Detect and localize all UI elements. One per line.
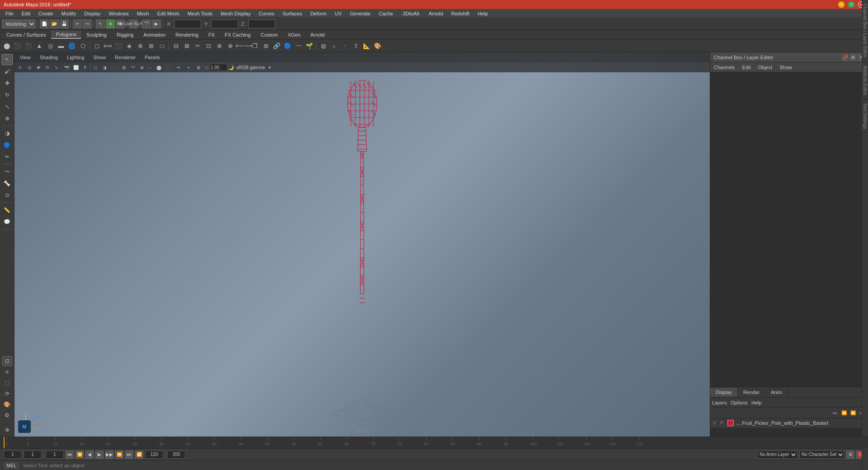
ch-tab-edit[interactable]: Edit xyxy=(740,64,752,71)
transport-start-btn[interactable]: ⏮ xyxy=(66,451,74,459)
menu-3dtoall[interactable]: -3DtoAll- xyxy=(397,10,424,17)
ctx-xgen[interactable]: XGen xyxy=(283,31,305,38)
cb-float-btn[interactable]: ⊞ xyxy=(850,54,856,61)
vc-tex-btn[interactable]: ⬛ xyxy=(109,63,118,71)
cylinder-icon-btn[interactable]: ⚫ xyxy=(24,41,33,51)
redo-button[interactable]: ↪ xyxy=(83,19,92,28)
spring-btn[interactable]: 🌱 xyxy=(304,41,314,51)
menu-arnold[interactable]: Arnold xyxy=(425,10,447,17)
jiggle-btn[interactable]: 〰 xyxy=(293,41,303,51)
attr-tab-attribute-editor[interactable]: Attribute Editor xyxy=(862,62,868,99)
vp-show-menu[interactable]: Show xyxy=(92,54,108,61)
layer-tab-options[interactable]: Options xyxy=(731,400,748,405)
duplicate-btn[interactable]: ❒ xyxy=(250,41,260,51)
viewport[interactable]: View Shading Lighting Show Renderer Pane… xyxy=(14,52,710,437)
new-scene-button[interactable]: 📄 xyxy=(40,19,49,28)
menu-mesh-display[interactable]: Mesh Display xyxy=(217,10,254,17)
ctx-animation[interactable]: Animation xyxy=(139,31,170,38)
timeline[interactable]: 1510152025303540455055606570758085909510… xyxy=(0,437,868,448)
ch-tab-object[interactable]: Object xyxy=(756,64,774,71)
layer-fwd-btn[interactable]: ⏩ xyxy=(849,409,857,417)
tr-settings-btn[interactable]: ⚙ xyxy=(846,451,854,459)
misc-icon-btn[interactable]: ⬡ xyxy=(78,41,88,51)
start-frame-input[interactable] xyxy=(4,451,22,459)
color-mgt-icon[interactable]: 🎨 xyxy=(2,400,12,409)
bevel-icon-btn[interactable]: ◈ xyxy=(124,41,134,51)
curve-tool[interactable]: 〜 xyxy=(2,166,13,177)
vp-lighting-menu[interactable]: Lighting xyxy=(65,54,86,61)
transport-loop-btn[interactable]: 🔁 xyxy=(135,451,143,459)
menu-windows[interactable]: Windows xyxy=(105,10,132,17)
separate-btn[interactable]: ⊡ xyxy=(203,41,213,51)
insert-edge-btn[interactable]: ⊠ xyxy=(182,41,192,51)
range-end-input[interactable] xyxy=(145,451,163,459)
anim-layer-select[interactable]: No Anim Layer xyxy=(757,451,797,459)
scale-tool[interactable]: ⤡ xyxy=(2,101,13,112)
extrude-icon-btn[interactable]: ◻ xyxy=(92,41,102,51)
menu-help[interactable]: Help xyxy=(474,10,491,17)
ctx-curves-surfaces[interactable]: Curves / Surfaces xyxy=(2,31,50,38)
ctx-arnold[interactable]: Arnold xyxy=(306,31,330,38)
fill-icon-btn[interactable]: ⬛ xyxy=(113,41,123,51)
menu-generate[interactable]: Generate xyxy=(346,10,374,17)
attr-tab-channel-box[interactable]: Channel Box / Layer Editor xyxy=(862,0,868,62)
vc-uv-mode[interactable]: ⊞ xyxy=(194,63,203,71)
sym-btn[interactable]: ⬦ xyxy=(329,41,339,51)
vc-face-mode[interactable]: ⬛ xyxy=(165,63,173,71)
bridge-icon-btn[interactable]: ⟺ xyxy=(103,41,113,51)
color-btn[interactable]: 🎨 xyxy=(373,41,382,51)
transport-next-btn[interactable]: ⏩ xyxy=(115,451,123,459)
minimize-button[interactable]: ─ xyxy=(838,1,844,8)
x-coord-input[interactable] xyxy=(174,19,201,28)
ctx-rendering[interactable]: Rendering xyxy=(171,31,203,38)
mode-selector[interactable]: Modeling xyxy=(2,19,36,28)
vc-scale-btn[interactable]: ⤡ xyxy=(52,63,61,71)
plane-icon-btn[interactable]: ▬ xyxy=(56,41,66,51)
show-manip-tool[interactable]: ⊕ xyxy=(2,113,13,124)
render-button[interactable]: 🎬 xyxy=(142,19,151,28)
vp-renderer-menu[interactable]: Renderer xyxy=(113,54,137,61)
more-tools-icon[interactable]: ⊕ xyxy=(2,425,12,435)
menu-curves[interactable]: Curves xyxy=(255,10,278,17)
norm-btn[interactable]: ⇧ xyxy=(351,41,361,51)
paint-select-tool[interactable]: 🖌 xyxy=(2,66,13,77)
vc-vert-mode[interactable]: • xyxy=(184,63,193,71)
vc-cam-btn[interactable]: 📷 xyxy=(63,63,71,71)
torus-icon-btn[interactable]: ◎ xyxy=(45,41,55,51)
vc-lasso-btn[interactable]: ⊙ xyxy=(25,63,33,71)
display-layer-icon[interactable]: ≡ xyxy=(2,367,12,377)
display-tab[interactable]: Display xyxy=(710,388,738,397)
paint-tool[interactable]: ✏ xyxy=(2,151,13,162)
render-seq-button[interactable]: ▶ xyxy=(152,19,161,28)
character-set-select[interactable]: No Character Set xyxy=(799,451,844,459)
menu-deform[interactable]: Deform xyxy=(307,10,330,17)
combine-btn[interactable]: ⊕ xyxy=(214,41,224,51)
smooth-icon-btn[interactable]: ⬭ xyxy=(157,41,167,51)
sphere-icon-btn[interactable]: ⬤ xyxy=(2,41,12,51)
menu-mesh[interactable]: Mesh xyxy=(133,10,153,17)
vc-wireframe-btn[interactable]: ⬡ xyxy=(91,63,99,71)
annotate-tool[interactable]: 💬 xyxy=(2,216,13,227)
ctx-custom[interactable]: Custom xyxy=(256,31,283,38)
z-coord-input[interactable] xyxy=(248,19,275,28)
move-tool[interactable]: ✥ xyxy=(2,78,13,89)
vc-rotate-btn[interactable]: ↻ xyxy=(43,63,52,71)
menu-create[interactable]: Create xyxy=(35,10,57,17)
mirror-btn[interactable]: ⟵⟶ xyxy=(239,41,249,51)
soft-mod-tool[interactable]: ◑ xyxy=(2,128,13,139)
vc-gamma-input[interactable] xyxy=(209,64,227,71)
script-mode-label[interactable]: MEL xyxy=(4,462,19,469)
y-coord-input[interactable] xyxy=(211,19,238,28)
ctx-rigging[interactable]: Rigging xyxy=(112,31,138,38)
menu-edit-mesh[interactable]: Edit Mesh xyxy=(154,10,183,17)
cb-pin-btn[interactable]: 📌 xyxy=(842,54,848,61)
vc-gamma-settings[interactable]: ▾ xyxy=(266,63,274,71)
ch-tab-show[interactable]: Show xyxy=(778,64,794,71)
menu-mesh-tools[interactable]: Mesh Tools xyxy=(184,10,216,17)
menu-file[interactable]: File xyxy=(2,10,17,17)
joint-tool[interactable]: 🦴 xyxy=(2,178,13,189)
maximize-button[interactable]: □ xyxy=(848,1,854,8)
render-layer-icon[interactable]: ⬚ xyxy=(2,378,12,388)
comp-display-btn[interactable]: ⬞ xyxy=(340,41,350,51)
helix-icon-btn[interactable]: 🌀 xyxy=(67,41,77,51)
